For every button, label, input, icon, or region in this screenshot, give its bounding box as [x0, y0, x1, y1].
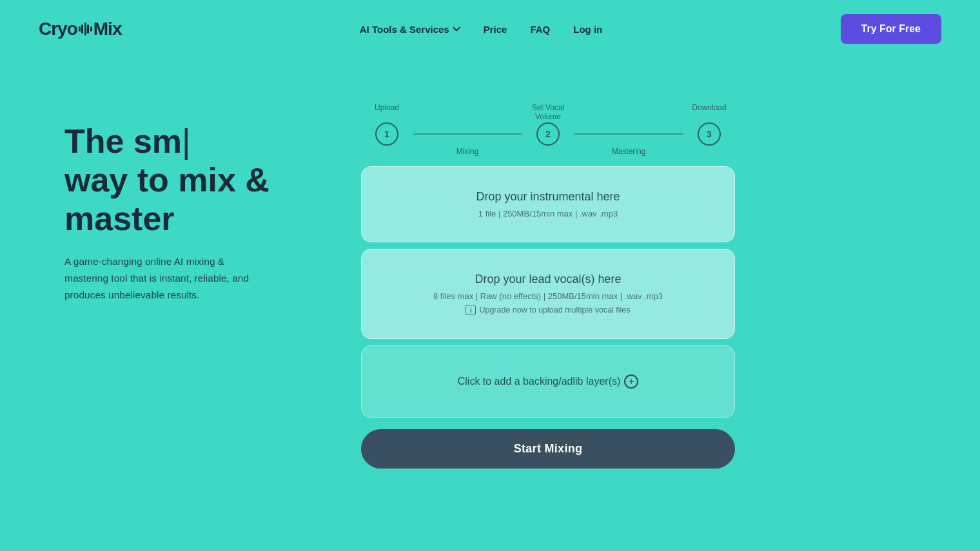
hero-title-line2: way to mix & [64, 161, 270, 198]
logo-wave-icon [79, 23, 92, 35]
nav-links: AI Tools & Services Price FAQ Log in [360, 24, 603, 35]
step1-label: Upload [361, 103, 413, 121]
hero-title-prefix: The [64, 122, 133, 160]
backing-add-zone[interactable]: Click to add a backing/adlib layer(s) + [361, 345, 735, 418]
vocal-zone-title: Drop your lead vocal(s) here [375, 273, 721, 286]
backing-text-label: Click to add a backing/adlib layer(s) [458, 376, 621, 387]
start-mixing-button[interactable]: Start Mixing [361, 429, 735, 469]
nav-price[interactable]: Price [484, 24, 507, 35]
hero-title-bold: sm [133, 122, 182, 160]
step2-circle: 2 [536, 122, 560, 146]
instrumental-zone-title: Drop your instrumental here [375, 190, 721, 204]
vocal-upgrade-text: Upgrade now to upload multiple vocal fil… [479, 305, 630, 314]
backing-zone-text: Click to add a backing/adlib layer(s) + [375, 374, 721, 389]
logo-cryo: Cryo [39, 19, 77, 39]
nav-faq[interactable]: FAQ [530, 24, 550, 35]
connector-line-2 [574, 133, 683, 135]
info-icon: i [466, 305, 476, 315]
nav-ai-tools[interactable]: AI Tools & Services [360, 24, 460, 35]
vocal-upgrade-info: i Upgrade now to upload multiple vocal f… [375, 305, 721, 315]
steps-container: Upload Set Vocal Volume Download 1 2 [361, 103, 735, 156]
step2-sublabel: Mastering [574, 147, 683, 156]
instrumental-drop-zone[interactable]: Drop your instrumental here 1 file | 250… [361, 166, 735, 242]
logo-mix: Mix [93, 19, 122, 39]
instrumental-zone-sub: 1 file | 250MB/15min max | .wav .mp3 [375, 209, 721, 218]
hero-cursor: | [182, 122, 191, 160]
step1-circle: 1 [375, 122, 398, 146]
step2-label: Set Vocal Volume [522, 103, 574, 121]
connector-line-1 [413, 133, 522, 135]
widget-panel: Upload Set Vocal Volume Download 1 2 [361, 97, 928, 469]
hero-title: The sm| way to mix & master [64, 122, 309, 238]
plus-circle-icon: + [624, 374, 638, 389]
try-for-free-button[interactable]: Try For Free [841, 14, 941, 44]
step3-circle: 3 [698, 122, 721, 146]
vocal-drop-zone[interactable]: Drop your lead vocal(s) here 8 files max… [361, 249, 735, 339]
step1-sublabel: Mixing [413, 147, 522, 156]
hero-title-line3: master [64, 200, 175, 237]
logo[interactable]: Cryo Mix [39, 19, 121, 39]
hero-description: A game-changing online AI mixing & maste… [64, 253, 271, 303]
vocal-zone-sub: 8 files max | Raw (no effects) | 250MB/1… [375, 291, 721, 301]
hero-section: The sm| way to mix & master A game-chang… [0, 58, 980, 551]
nav-login[interactable]: Log in [573, 24, 602, 35]
hero-left: The sm| way to mix & master A game-chang… [64, 97, 309, 303]
step3-label: Download [683, 103, 735, 121]
chevron-down-icon [453, 25, 460, 33]
